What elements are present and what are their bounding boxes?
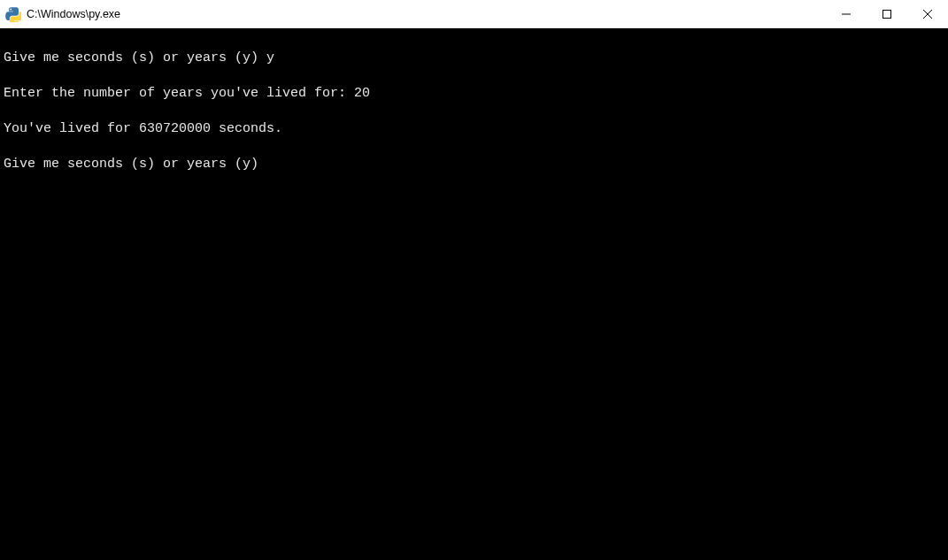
console-line: Give me seconds (s) or years (y) (4, 156, 943, 173)
maximize-button[interactable] (867, 0, 907, 27)
window-titlebar[interactable]: C:\Windows\py.exe (0, 0, 948, 28)
console-line: Enter the number of years you've lived f… (4, 85, 943, 103)
window-title: C:\Windows\py.exe (27, 8, 120, 20)
console-output[interactable]: Give me seconds (s) or years (y) y Enter… (0, 28, 948, 560)
console-line: You've lived for 630720000 seconds. (4, 120, 943, 138)
python-icon (5, 6, 21, 22)
minimize-button[interactable] (826, 0, 867, 27)
window-controls (826, 0, 948, 27)
console-line: Give me seconds (s) or years (y) y (4, 50, 943, 67)
close-button[interactable] (907, 0, 948, 27)
svg-rect-1 (883, 10, 891, 18)
